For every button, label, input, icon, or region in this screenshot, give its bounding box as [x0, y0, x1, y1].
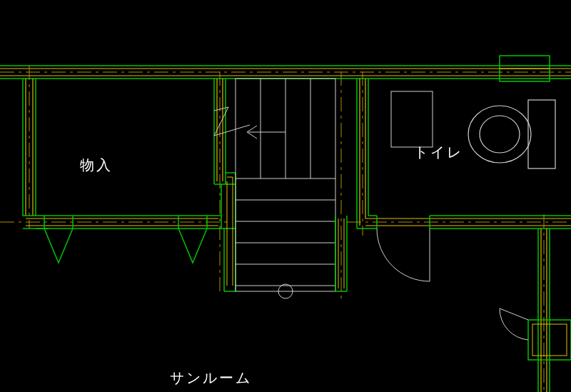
svg-line-83: [500, 308, 528, 320]
wall-right-window: [500, 56, 571, 392]
wall-storage-right: [214, 71, 236, 293]
label-storage: 物入: [80, 157, 113, 173]
wall-stair-right-post: [335, 71, 347, 300]
svg-rect-70: [528, 100, 555, 169]
svg-point-71: [468, 106, 531, 163]
svg-rect-73: [391, 91, 433, 147]
outer-wall-top: [0, 66, 571, 79]
wall-left-stub: [23, 66, 36, 228]
fixture-toilet: [468, 100, 555, 169]
wall-storage-bottom: [0, 216, 228, 228]
label-toilet: トイレ: [414, 144, 463, 160]
fixture-toilet-shelf: [391, 91, 433, 147]
label-sunroom: サンルーム: [170, 370, 252, 386]
door-toilet: [377, 228, 430, 281]
door-symbol-storage-right: [178, 216, 207, 263]
door-symbol-storage-left: [44, 216, 73, 263]
floor-plan-canvas[interactable]: 物入 トイレ サンルーム: [0, 0, 571, 392]
svg-point-72: [480, 116, 520, 153]
